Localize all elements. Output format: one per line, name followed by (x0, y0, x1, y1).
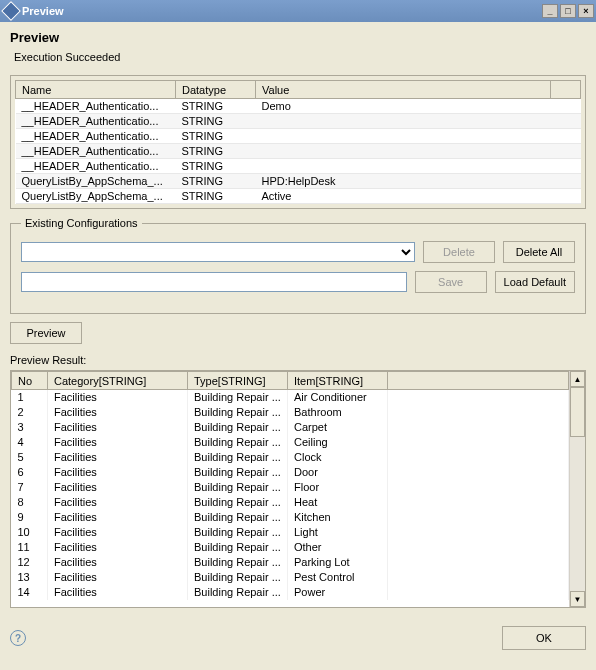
cell-datatype: STRING (176, 174, 256, 189)
cell-category: Facilities (48, 390, 188, 405)
cell-datatype: STRING (176, 99, 256, 114)
result-label: Preview Result: (10, 354, 586, 366)
table-row[interactable]: 14FacilitiesBuilding Repair ...Power (12, 585, 569, 600)
cell-category: Facilities (48, 420, 188, 435)
result-panel: No Category[STRING] Type[STRING] Item[ST… (10, 370, 586, 608)
table-row[interactable]: 2FacilitiesBuilding Repair ...Bathroom (12, 405, 569, 420)
cell-type: Building Repair ... (188, 570, 288, 585)
col-header-type[interactable]: Type[STRING] (188, 372, 288, 390)
save-button[interactable]: Save (415, 271, 487, 293)
cell-type: Building Repair ... (188, 450, 288, 465)
cell-name: __HEADER_Authenticatio... (16, 144, 176, 159)
cell-item: Bathroom (288, 405, 388, 420)
cell-no: 9 (12, 510, 48, 525)
cell-name: QueryListBy_AppSchema_... (16, 174, 176, 189)
cell-item: Ceiling (288, 435, 388, 450)
cell-type: Building Repair ... (188, 555, 288, 570)
cell-type: Building Repair ... (188, 420, 288, 435)
ok-button[interactable]: OK (502, 626, 586, 650)
delete-button[interactable]: Delete (423, 241, 495, 263)
col-header-item[interactable]: Item[STRING] (288, 372, 388, 390)
cell-item: Floor (288, 480, 388, 495)
table-row[interactable]: 3FacilitiesBuilding Repair ...Carpet (12, 420, 569, 435)
table-row[interactable]: __HEADER_Authenticatio...STRING (16, 114, 581, 129)
table-row[interactable]: QueryListBy_AppSchema_...STRINGHPD:HelpD… (16, 174, 581, 189)
cell-no: 12 (12, 555, 48, 570)
cell-datatype: STRING (176, 114, 256, 129)
cell-category: Facilities (48, 435, 188, 450)
table-row[interactable]: 1FacilitiesBuilding Repair ...Air Condit… (12, 390, 569, 405)
table-row[interactable]: 6FacilitiesBuilding Repair ...Door (12, 465, 569, 480)
cell-value (256, 114, 551, 129)
cell-category: Facilities (48, 570, 188, 585)
cell-datatype: STRING (176, 129, 256, 144)
table-row[interactable]: 7FacilitiesBuilding Repair ...Floor (12, 480, 569, 495)
params-table: Name Datatype Value __HEADER_Authenticat… (15, 80, 581, 204)
cell-datatype: STRING (176, 144, 256, 159)
cell-category: Facilities (48, 465, 188, 480)
cell-category: Facilities (48, 540, 188, 555)
col-header-category[interactable]: Category[STRING] (48, 372, 188, 390)
col-header-value[interactable]: Value (256, 81, 551, 99)
cell-item: Power (288, 585, 388, 600)
cell-category: Facilities (48, 495, 188, 510)
cell-item: Other (288, 540, 388, 555)
cell-name: __HEADER_Authenticatio... (16, 129, 176, 144)
table-row[interactable]: 13FacilitiesBuilding Repair ...Pest Cont… (12, 570, 569, 585)
col-header-no[interactable]: No (12, 372, 48, 390)
cell-item: Door (288, 465, 388, 480)
col-header-spacer (551, 81, 581, 99)
close-button[interactable]: × (578, 4, 594, 18)
table-row[interactable]: 10FacilitiesBuilding Repair ...Light (12, 525, 569, 540)
table-row[interactable]: 9FacilitiesBuilding Repair ...Kitchen (12, 510, 569, 525)
cell-category: Facilities (48, 525, 188, 540)
cell-type: Building Repair ... (188, 585, 288, 600)
table-row[interactable]: __HEADER_Authenticatio...STRING (16, 159, 581, 174)
table-row[interactable]: 5FacilitiesBuilding Repair ...Clock (12, 450, 569, 465)
col-header-datatype[interactable]: Datatype (176, 81, 256, 99)
result-table: No Category[STRING] Type[STRING] Item[ST… (11, 371, 569, 600)
delete-all-button[interactable]: Delete All (503, 241, 575, 263)
cell-value (256, 129, 551, 144)
table-row[interactable]: __HEADER_Authenticatio...STRINGDemo (16, 99, 581, 114)
cell-category: Facilities (48, 585, 188, 600)
window-title: Preview (22, 5, 542, 17)
cell-category: Facilities (48, 480, 188, 495)
table-row[interactable]: 12FacilitiesBuilding Repair ...Parking L… (12, 555, 569, 570)
params-panel: Name Datatype Value __HEADER_Authenticat… (10, 75, 586, 209)
scrollbar[interactable]: ▲ ▼ (569, 371, 585, 607)
table-row[interactable]: 4FacilitiesBuilding Repair ...Ceiling (12, 435, 569, 450)
table-row[interactable]: 8FacilitiesBuilding Repair ...Heat (12, 495, 569, 510)
scroll-thumb[interactable] (570, 387, 585, 437)
cell-category: Facilities (48, 510, 188, 525)
config-name-input[interactable] (21, 272, 407, 292)
table-row[interactable]: QueryListBy_AppSchema_...STRINGActive (16, 189, 581, 204)
cell-category: Facilities (48, 450, 188, 465)
load-default-button[interactable]: Load Default (495, 271, 575, 293)
help-icon[interactable]: ? (10, 630, 26, 646)
maximize-button[interactable]: □ (560, 4, 576, 18)
scroll-up-icon[interactable]: ▲ (570, 371, 585, 387)
table-row[interactable]: 11FacilitiesBuilding Repair ...Other (12, 540, 569, 555)
cell-type: Building Repair ... (188, 540, 288, 555)
cell-value (256, 144, 551, 159)
table-row[interactable]: __HEADER_Authenticatio...STRING (16, 129, 581, 144)
cell-value (256, 159, 551, 174)
cell-item: Air Conditioner (288, 390, 388, 405)
config-select[interactable] (21, 242, 415, 262)
cell-no: 11 (12, 540, 48, 555)
cell-no: 6 (12, 465, 48, 480)
cell-type: Building Repair ... (188, 390, 288, 405)
col-header-name[interactable]: Name (16, 81, 176, 99)
col-header-spacer2 (388, 372, 569, 390)
cell-item: Pest Control (288, 570, 388, 585)
table-row[interactable]: __HEADER_Authenticatio...STRING (16, 144, 581, 159)
cell-type: Building Repair ... (188, 495, 288, 510)
minimize-button[interactable]: _ (542, 4, 558, 18)
scroll-down-icon[interactable]: ▼ (570, 591, 585, 607)
cell-type: Building Repair ... (188, 510, 288, 525)
cell-no: 8 (12, 495, 48, 510)
preview-button[interactable]: Preview (10, 322, 82, 344)
cell-type: Building Repair ... (188, 525, 288, 540)
scroll-track[interactable] (570, 437, 585, 591)
